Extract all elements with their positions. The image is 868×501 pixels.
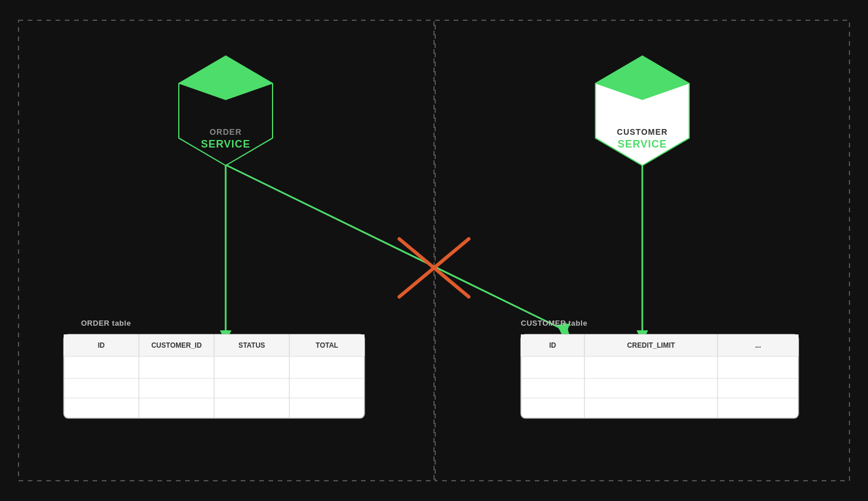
svg-rect-0 (19, 20, 434, 481)
order-table-col-id: ID (98, 341, 105, 349)
diagram-svg: ORDER SERVICE CUSTOMER SERVICE (17, 19, 851, 482)
svg-line-15 (399, 239, 469, 297)
svg-rect-19 (64, 334, 365, 356)
diagram-panels: ORDER SERVICE CUSTOMER SERVICE (17, 19, 851, 482)
customer-table-col-more: ... (755, 341, 761, 349)
svg-marker-13 (553, 319, 570, 340)
svg-marker-6 (220, 330, 231, 342)
customer-service-top-label: CUSTOMER (617, 127, 668, 137)
customer-table-label: CUSTOMER table (521, 319, 587, 327)
order-table-col-total: TOTAL (316, 341, 339, 349)
svg-marker-8 (596, 57, 689, 100)
svg-rect-20 (68, 334, 360, 339)
svg-marker-7 (596, 57, 689, 165)
svg-line-12 (226, 165, 561, 329)
svg-marker-11 (637, 330, 648, 342)
svg-rect-28 (521, 334, 799, 356)
order-table-label: ORDER table (81, 319, 131, 327)
customer-table-col-id: ID (549, 341, 556, 349)
svg-rect-1 (435, 20, 849, 481)
svg-line-16 (399, 239, 469, 297)
customer-service-bottom-label: SERVICE (617, 138, 667, 150)
svg-marker-9 (596, 84, 689, 165)
svg-rect-27 (521, 334, 799, 418)
order-table-col-status: STATUS (238, 341, 265, 349)
order-service-bottom-label: SERVICE (201, 138, 251, 150)
svg-marker-4 (179, 57, 272, 100)
svg-marker-3 (179, 84, 272, 165)
svg-rect-17 (64, 334, 365, 418)
customer-table-col-credit-limit: CREDIT_LIMIT (627, 341, 675, 349)
svg-marker-2 (179, 57, 272, 165)
order-table-col-customer-id: CUSTOMER_ID (151, 341, 201, 349)
svg-rect-18 (64, 334, 365, 356)
main-container: ORDER SERVICE CUSTOMER SERVICE (0, 0, 868, 501)
svg-rect-29 (525, 334, 794, 339)
order-service-top-label: ORDER (209, 127, 242, 137)
svg-marker-14 (558, 322, 570, 337)
